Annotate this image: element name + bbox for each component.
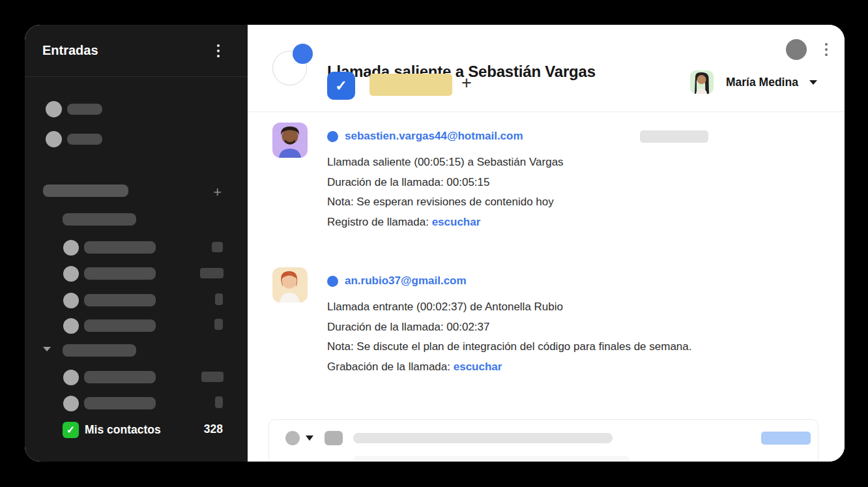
sidebar: Entradas + xyxy=(25,25,248,462)
message-line: Duración de la llamada: 00:05:15 xyxy=(327,173,564,193)
label-placeholder xyxy=(84,241,156,254)
check-glyph: ✓ xyxy=(335,78,347,95)
listen-recording-link[interactable]: escuchar xyxy=(432,216,481,228)
unread-dot xyxy=(327,276,338,287)
main-panel: Llamada saliente a Sebastián Vargas ✓ + … xyxy=(248,25,845,462)
send-button-placeholder[interactable] xyxy=(761,432,811,445)
contacts-label: Mis contactos xyxy=(85,423,161,437)
account-chevron-down-icon xyxy=(809,80,817,85)
avatar-placeholder xyxy=(63,266,79,282)
avatar-placeholder xyxy=(63,370,79,385)
compose-input-placeholder[interactable] xyxy=(353,433,613,443)
sender-email[interactable]: an.rubio37@gmail.com xyxy=(345,274,467,288)
message-line: Llamada saliente (00:05:15) a Sebastián … xyxy=(327,153,564,173)
contacts-count: 328 xyxy=(204,422,223,436)
mark-done-checkbox[interactable]: ✓ xyxy=(327,72,355,100)
add-section-icon[interactable]: + xyxy=(213,185,222,199)
listen-recording-link[interactable]: escuchar xyxy=(454,361,502,373)
header-divider xyxy=(248,111,845,112)
check-emoji-icon: ✓ xyxy=(63,422,79,438)
label-placeholder xyxy=(67,134,102,145)
message-line: Nota: Se discute el plan de integración … xyxy=(327,337,691,357)
sender-avatar xyxy=(272,267,308,303)
message-line: Registro de llamada: escuchar xyxy=(327,213,564,233)
sender-avatar xyxy=(272,123,308,158)
count-badge-placeholder xyxy=(215,396,223,408)
chevron-down-icon[interactable] xyxy=(43,347,51,351)
tag-pill[interactable] xyxy=(369,74,452,96)
app-window: Entradas + xyxy=(25,25,845,462)
sidebar-kebab-menu-icon[interactable] xyxy=(214,42,223,59)
entity-status-dot xyxy=(293,44,313,64)
avatar-placeholder xyxy=(63,293,79,308)
compose-bar xyxy=(268,419,818,462)
label-placeholder xyxy=(84,397,156,409)
label-placeholder xyxy=(84,267,156,280)
compose-account-avatar-placeholder xyxy=(285,431,300,445)
sidebar-header: Entradas xyxy=(25,25,248,77)
participant-avatar-placeholder xyxy=(786,39,807,60)
sender-email[interactable]: sebastien.vargas44@hotmail.com xyxy=(345,130,523,143)
check-glyph: ✓ xyxy=(66,424,75,436)
avatar-placeholder xyxy=(63,240,79,256)
add-tag-icon[interactable]: + xyxy=(461,74,472,92)
timestamp-placeholder xyxy=(640,130,708,143)
conversation-kebab-menu-icon[interactable] xyxy=(822,41,831,58)
count-badge-placeholder xyxy=(214,319,223,330)
compose-attachment-placeholder[interactable] xyxy=(325,431,343,445)
message-body: Llamada saliente (00:05:15) a Sebastián … xyxy=(327,153,564,232)
message-line: Grabación de la llamada: escuchar xyxy=(327,357,691,377)
label-placeholder xyxy=(84,319,156,332)
sidebar-title: Entradas xyxy=(42,43,98,58)
group-label-placeholder xyxy=(63,344,136,357)
label-placeholder xyxy=(67,104,102,115)
account-avatar xyxy=(690,70,714,94)
label-placeholder xyxy=(84,371,156,383)
message-line: Llamada entrante (00:02:37) de Antonella… xyxy=(327,297,691,317)
subsection-label-placeholder[interactable] xyxy=(63,213,136,226)
count-badge-placeholder xyxy=(200,268,224,278)
compose-secondary-placeholder xyxy=(353,456,629,462)
account-selector[interactable]: María Medina xyxy=(690,70,817,94)
section-label-placeholder xyxy=(43,184,128,197)
link-label: Grabación de la llamada: xyxy=(327,361,454,373)
compose-channel-chevron-down-icon[interactable] xyxy=(306,435,313,441)
unread-dot xyxy=(327,131,338,142)
count-badge-placeholder xyxy=(201,372,224,382)
link-label: Registro de llamada: xyxy=(327,216,432,228)
label-placeholder xyxy=(84,294,156,306)
account-name: María Medina xyxy=(726,76,798,89)
count-badge-placeholder xyxy=(212,242,223,252)
message-body: Llamada entrante (00:02:37) de Antonella… xyxy=(327,297,691,377)
avatar-placeholder xyxy=(63,396,79,411)
avatar-placeholder xyxy=(46,101,62,117)
avatar-placeholder xyxy=(46,131,62,147)
message-line: Duración de la llamada: 00:02:37 xyxy=(327,317,691,338)
message-line: Nota: Se esperan revisiones de contenido… xyxy=(327,192,564,213)
avatar-placeholder xyxy=(63,318,79,334)
count-badge-placeholder xyxy=(215,293,223,305)
